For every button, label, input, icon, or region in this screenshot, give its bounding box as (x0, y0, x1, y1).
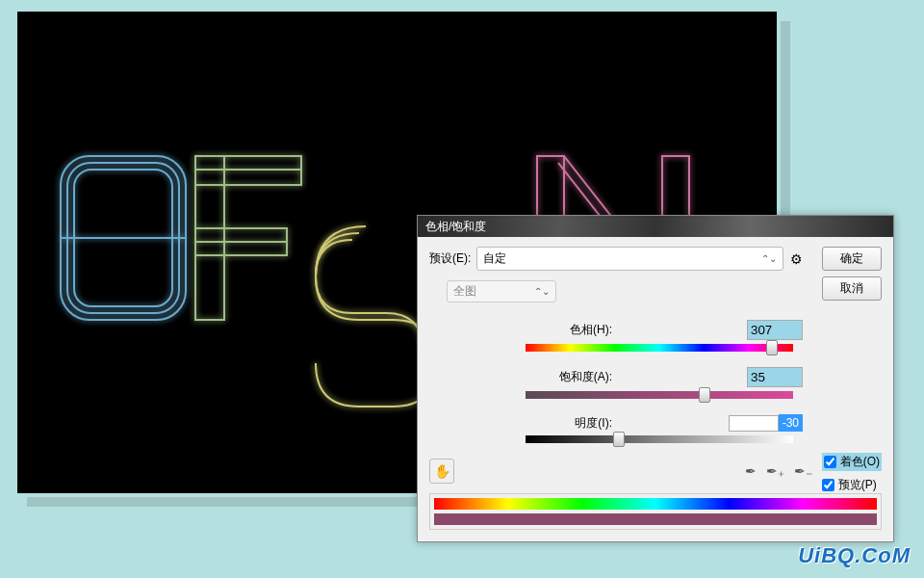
watermark: UiBQ.CoM (798, 543, 911, 568)
preset-value: 自定 (483, 250, 506, 267)
eyedropper-plus-icon[interactable]: ✒₊ (766, 463, 784, 479)
scope-value: 全图 (453, 283, 476, 300)
colorize-checkbox[interactable]: 着色(O) (822, 453, 882, 471)
lightness-input[interactable] (729, 415, 779, 432)
saturation-input[interactable] (747, 367, 803, 387)
svg-rect-5 (195, 156, 224, 320)
hand-tool-icon[interactable]: ✋ (429, 459, 454, 484)
preview-checkbox[interactable]: 预览(P) (822, 477, 882, 493)
scope-select: 全图 ⌃⌄ (447, 280, 556, 302)
dialog-title[interactable]: 色相/饱和度 (418, 216, 893, 237)
spectrum-preview (429, 493, 882, 530)
hue-input[interactable] (747, 320, 803, 340)
chevron-up-down-icon: ⌃⌄ (761, 253, 777, 264)
eyedropper-minus-icon[interactable]: ✒₋ (794, 463, 812, 479)
eyedropper-icon[interactable]: ✒ (745, 463, 757, 479)
saturation-label: 饱和度(A): (497, 369, 631, 385)
hue-slider[interactable] (526, 344, 793, 354)
lightness-label: 明度(I): (497, 415, 631, 432)
hue-saturation-dialog: 色相/饱和度 确定 取消 预设(E): 自定 ⌃⌄ ⚙ 全图 ⌃⌄ 色相 (417, 215, 894, 542)
preset-label: 预设(E): (429, 250, 471, 267)
preset-select[interactable]: 自定 ⌃⌄ (476, 247, 783, 271)
ok-button[interactable]: 确定 (822, 247, 882, 271)
cancel-button[interactable]: 取消 (822, 276, 882, 301)
saturation-slider[interactable] (526, 391, 793, 401)
lightness-slider[interactable] (526, 435, 793, 445)
chevron-up-down-icon: ⌃⌄ (534, 286, 550, 297)
hue-label: 色相(H): (497, 322, 631, 338)
gear-icon[interactable]: ⚙ (789, 251, 803, 267)
